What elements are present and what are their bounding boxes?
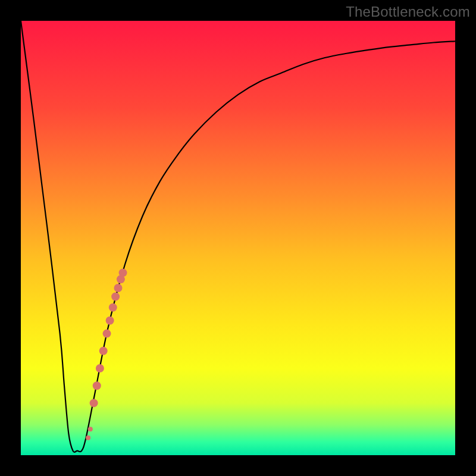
data-point bbox=[90, 399, 98, 407]
data-point bbox=[96, 364, 104, 372]
data-point bbox=[114, 284, 123, 292]
data-point bbox=[111, 293, 120, 301]
data-point bbox=[99, 347, 108, 355]
data-point bbox=[103, 330, 111, 338]
data-point bbox=[86, 436, 90, 440]
data-point bbox=[106, 317, 114, 325]
data-point bbox=[109, 303, 117, 312]
plot-area bbox=[21, 21, 455, 455]
chart-frame: TheBottleneck.com bbox=[0, 0, 476, 476]
data-point bbox=[93, 381, 101, 390]
data-point bbox=[88, 427, 93, 431]
data-point bbox=[119, 268, 127, 277]
gradient-background bbox=[21, 21, 455, 455]
watermark-text: TheBottleneck.com bbox=[346, 4, 470, 20]
bottleneck-chart bbox=[21, 21, 455, 455]
